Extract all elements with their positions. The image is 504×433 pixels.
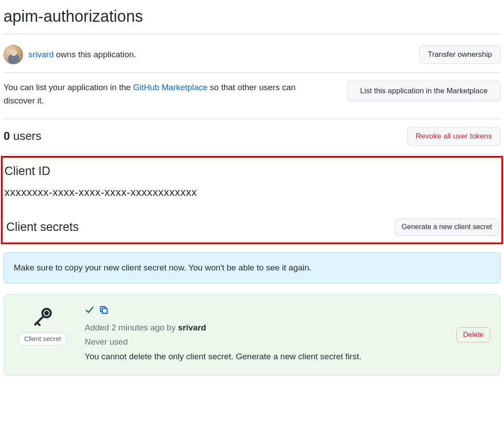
client-secret-pill: Client secret	[18, 333, 67, 346]
secret-body: Added 2 minutes ago by srivard Never use…	[85, 305, 490, 363]
added-prefix: Added	[85, 323, 111, 332]
page-title: apim-authorizations	[4, 4, 500, 34]
secret-author: srivard	[178, 323, 206, 332]
client-id-label: Client ID	[3, 162, 501, 180]
revoke-all-tokens-button[interactable]: Revoke all user tokens	[407, 127, 500, 146]
never-used-text: Never used	[85, 336, 490, 349]
secret-icons-row	[85, 305, 490, 319]
marketplace-text: You can list your application in the Git…	[4, 81, 323, 108]
list-in-marketplace-button[interactable]: List this application in the Marketplace	[347, 81, 500, 101]
svg-point-1	[45, 312, 48, 314]
client-id-value: xxxxxxxx-xxxx-xxxx-xxxx-xxxxxxxxxxxx	[3, 184, 501, 200]
highlight-annotation-box: Client ID xxxxxxxx-xxxx-xxxx-xxxx-xxxxxx…	[1, 156, 503, 244]
copy-secret-flash: Make sure to copy your new client secret…	[4, 252, 500, 284]
users-label: users	[10, 129, 41, 143]
added-time: 2 minutes ago	[111, 323, 164, 332]
marketplace-row: You can list your application in the Git…	[4, 81, 500, 119]
secret-added-line: Added 2 minutes ago by srivard	[85, 322, 490, 334]
check-icon	[85, 305, 94, 319]
owner-username-link[interactable]: srivard	[28, 50, 54, 59]
client-secrets-label: Client secrets	[4, 218, 79, 236]
delete-secret-button[interactable]: Delete	[457, 327, 490, 342]
transfer-ownership-button[interactable]: Transfer ownership	[419, 45, 500, 64]
users-row: 0 users Revoke all user tokens	[4, 127, 500, 154]
users-count: 0	[4, 129, 10, 143]
owner-info: srivard owns this application.	[4, 45, 136, 64]
client-secrets-header: Client secrets Generate a new client sec…	[3, 218, 501, 236]
client-secret-card: Client secret Added 2 minutes ago by sri…	[4, 294, 500, 376]
users-count-text: 0 users	[4, 127, 41, 145]
owner-suffix: owns this application.	[54, 50, 136, 59]
avatar[interactable]	[4, 45, 23, 64]
copy-icon[interactable]	[99, 305, 109, 319]
cannot-delete-text: You cannot delete the only client secret…	[85, 350, 490, 363]
marketplace-prefix: You can list your application in the	[4, 83, 133, 92]
owner-row: srivard owns this application. Transfer …	[4, 41, 500, 73]
generate-client-secret-button[interactable]: Generate a new client secret	[395, 218, 499, 235]
key-icon	[31, 305, 55, 329]
added-by-text: by	[165, 323, 178, 332]
marketplace-link[interactable]: GitHub Marketplace	[133, 83, 208, 92]
svg-rect-2	[102, 309, 107, 314]
owner-text: srivard owns this application.	[28, 48, 136, 61]
secret-key-column: Client secret	[14, 305, 71, 346]
